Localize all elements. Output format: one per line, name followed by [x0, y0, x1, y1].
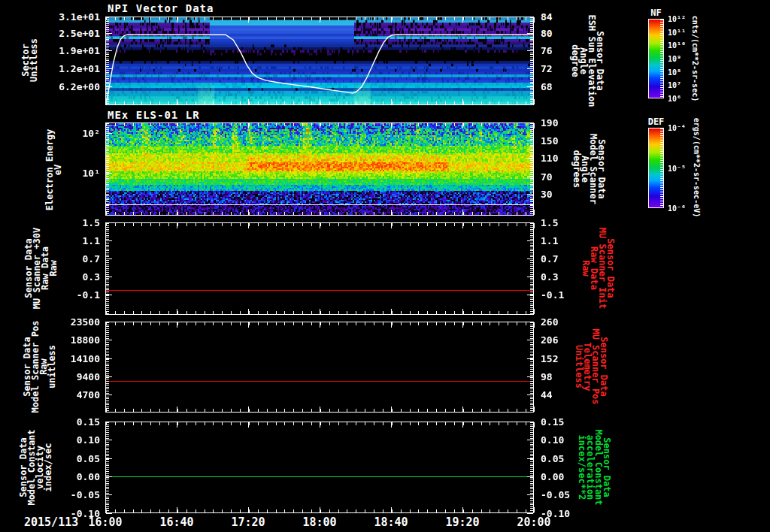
y-tick-label: 3.1e+01 — [0, 11, 100, 23]
x-major-tick — [534, 507, 535, 512]
panel-model-constant-velocity — [105, 422, 534, 513]
x-major-tick — [177, 422, 177, 428]
y-tick-label: 0.3 — [541, 271, 608, 282]
x-major-tick — [391, 507, 392, 512]
mu-scanner-raw-line — [106, 290, 533, 291]
x-major-tick — [534, 210, 535, 215]
x-major-tick — [320, 322, 320, 328]
x-major-tick — [391, 309, 392, 314]
npi-spectrogram-canvas — [106, 17, 533, 104]
y-tick-label: -0.1 — [541, 289, 608, 300]
y-tick-label: 44 — [541, 389, 608, 401]
y-tick-label: -0.05 — [541, 488, 608, 500]
x-major-tick — [177, 309, 177, 314]
x-major-tick — [320, 309, 320, 314]
y-tick-label: 18800 — [0, 334, 100, 345]
x-major-tick — [105, 223, 106, 228]
y-tick-label: 1.2e+01 — [0, 63, 100, 74]
x-major-tick — [177, 322, 177, 328]
x-major-tick — [320, 123, 320, 128]
x-major-tick — [462, 99, 463, 104]
x-tick-label: 19:20 — [445, 515, 479, 529]
y-tick-label: -0.05 — [0, 488, 100, 500]
x-major-tick — [391, 99, 392, 104]
x-tick-label: 16:00 — [88, 515, 122, 529]
x-major-tick — [391, 123, 392, 128]
x-major-tick — [391, 17, 392, 23]
x-major-tick — [248, 309, 249, 314]
y-tick-label: 9400 — [0, 370, 100, 382]
x-major-tick — [177, 17, 177, 23]
x-major-tick — [391, 322, 392, 328]
y-tick-label: 206 — [541, 334, 608, 345]
y-tick-label: 150 — [541, 135, 608, 146]
y-tick-label: 23500 — [0, 316, 100, 328]
x-tick-label: 20:00 — [517, 515, 550, 529]
y-tick-label: 4700 — [0, 389, 100, 401]
colorbar-tick-label: 10¹¹ — [668, 28, 686, 36]
x-major-tick — [177, 507, 177, 512]
colorbar-tick-label: 10⁻⁵ — [668, 164, 686, 172]
x-tick-label: 16:40 — [159, 515, 193, 529]
x-major-tick — [462, 507, 463, 512]
x-major-tick — [534, 123, 535, 128]
x-major-tick — [248, 223, 249, 228]
y-minor-ticks — [530, 223, 533, 314]
x-major-tick — [534, 17, 535, 23]
x-major-tick — [320, 407, 320, 412]
y-tick-label: 0.00 — [541, 470, 608, 482]
y-tick-label: 1.1 — [541, 234, 608, 246]
y-tick-label: 0.05 — [541, 453, 608, 464]
els-divider-line — [106, 204, 533, 205]
y-tick-label: 1.9e+01 — [0, 44, 100, 56]
y-tick-label: 10² — [0, 128, 100, 139]
y-tick-label: 0.15 — [0, 416, 100, 428]
panel-model-scanner-pos — [105, 322, 534, 413]
x-major-tick — [105, 507, 106, 512]
x-major-tick — [105, 210, 106, 215]
x-major-tick — [105, 322, 106, 328]
colorbar-def-units: ergs/(cm**2-sr-sec-eV) — [693, 118, 701, 217]
y-tick-label: 260 — [541, 316, 608, 328]
x-major-tick — [462, 422, 463, 428]
x-major-tick — [177, 99, 177, 104]
x-major-tick — [462, 223, 463, 228]
x-tick-label: 18:00 — [302, 515, 336, 529]
x-major-tick — [105, 309, 106, 314]
x-major-tick — [462, 407, 463, 412]
colorbar-tick-label: 10¹⁰ — [668, 41, 686, 50]
y-tick-label: 0.15 — [541, 416, 608, 428]
y-minor-ticks — [106, 223, 109, 314]
colorbar-tick-label: 10¹² — [668, 15, 686, 23]
x-major-tick — [320, 507, 320, 512]
x-major-tick — [391, 422, 392, 428]
x-major-tick — [177, 210, 177, 215]
x-major-tick — [177, 223, 177, 228]
x-major-tick — [320, 223, 320, 228]
x-major-tick — [248, 407, 249, 412]
y-tick-label: 0.7 — [541, 252, 608, 264]
y-tick-label: 1.5 — [0, 217, 100, 228]
y-tick-label: 152 — [541, 353, 608, 364]
y-tick-label: 14100 — [0, 353, 100, 364]
y-tick-label: 80 — [541, 28, 608, 39]
x-major-tick — [391, 223, 392, 228]
panel1-title: NPI Vector Data — [108, 2, 214, 14]
colorbar-tick-label: 10⁻⁶ — [668, 204, 686, 213]
x-major-tick — [105, 17, 106, 23]
x-major-tick — [534, 309, 535, 314]
x-major-tick — [248, 507, 249, 512]
y-minor-ticks — [106, 17, 109, 104]
colorbar-tick-label: 10⁻⁴ — [668, 124, 686, 132]
y-tick-label: 0.00 — [0, 470, 100, 482]
x-major-tick — [248, 17, 249, 23]
panel-mu-scanner-raw — [105, 222, 534, 315]
y-minor-ticks — [530, 123, 533, 215]
x-major-tick — [105, 99, 106, 104]
x-major-tick — [462, 322, 463, 328]
y-tick-label: 190 — [541, 117, 608, 128]
x-major-tick — [248, 210, 249, 215]
x-major-tick — [534, 99, 535, 104]
x-major-tick — [534, 223, 535, 228]
x-major-tick — [534, 322, 535, 328]
